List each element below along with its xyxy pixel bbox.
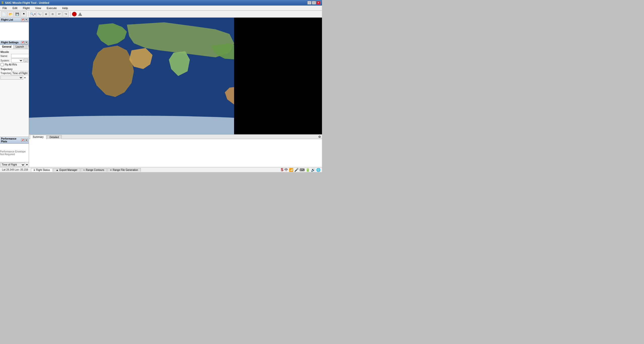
trajectory-select[interactable]: Time of Flight Min Energy Max Range Depr… — [11, 71, 29, 75]
mic-icon: 🎤 — [294, 168, 299, 172]
trajectory-bottom-select[interactable]: Time of Flight Min Energy Max Range — [1, 163, 25, 167]
tab-summary[interactable]: Summary — [30, 135, 46, 139]
menu-edit[interactable]: Edit — [11, 6, 19, 10]
title-bar-left: S SAIC Missile Flight Tool - Untitled — [2, 1, 49, 5]
menu-view[interactable]: View — [34, 6, 43, 10]
close-button[interactable]: ✕ — [316, 1, 320, 5]
export-manager-icon: ▲ — [56, 169, 58, 171]
speaker-icon: 🔊 — [311, 168, 315, 172]
zoom-extent-button[interactable]: ⊡ — [50, 11, 56, 17]
zoom-fit-button[interactable]: ⊞ — [43, 11, 49, 17]
trajectory-row: Trajectory: Time of Flight Min Energy Ma… — [1, 71, 28, 75]
system-select[interactable] — [11, 58, 23, 62]
left-panel: Flight List 📌 ✕ Flight Settings 📌 ✕ Gene… — [0, 18, 29, 167]
system-dots-button[interactable]: ... — [24, 58, 28, 62]
results-settings-icon[interactable]: ⚙ — [318, 135, 321, 139]
redo-button[interactable]: ↪ — [63, 11, 69, 17]
flight-list-header: Flight List 📌 ✕ — [0, 18, 29, 22]
run-button[interactable] — [78, 12, 82, 16]
performance-plots-close[interactable]: ✕ — [25, 139, 28, 142]
trajectory-bottom-arrow: ▼ — [26, 163, 28, 166]
toolbar: 📄 📂 💾 ⚑ 🔍+ 🔍- ⊞ ⊡ ↩ ↪ — [0, 11, 322, 18]
missile-section-title: Missile — [1, 51, 28, 53]
bottom-tab-range-contours[interactable]: ≈ Range Contours — [81, 168, 107, 172]
status-coords: Lat 28.349 Lon -35.158 — [0, 168, 30, 171]
stop-button[interactable] — [72, 12, 77, 16]
range-file-label: Range File Generation — [113, 169, 138, 171]
flight-settings-panel: Flight Settings 📌 ✕ General Launch Targe… — [0, 40, 29, 137]
tab-general[interactable]: General — [0, 45, 14, 49]
wifi-icon: 📶 — [289, 168, 293, 172]
title-bar-controls: ─ □ ✕ — [307, 1, 320, 5]
performance-plots-pin[interactable]: 📌 — [21, 139, 24, 142]
performance-plots-icons: 📌 ✕ — [21, 139, 28, 142]
results-area: Summary Detailed ⚙ — [29, 134, 322, 167]
performance-plots-header: Performance Plots 📌 ✕ — [0, 137, 29, 144]
menu-execute[interactable]: Execute — [45, 6, 58, 10]
export-manager-label: Export Manager — [59, 169, 77, 171]
main-layout: Flight List 📌 ✕ Flight Settings 📌 ✕ Gene… — [0, 18, 322, 167]
flight-list-close[interactable]: ✕ — [25, 18, 28, 21]
title-bar: S SAIC Missile Flight Tool - Untitled ─ … — [0, 0, 322, 6]
status-bar: Lat 28.349 Lon -35.158 ℹ Flight Status ▲… — [0, 167, 322, 172]
new-button[interactable]: 📄 — [1, 11, 7, 17]
network-icon: 🌐 — [316, 168, 320, 172]
map-container[interactable] — [29, 18, 234, 134]
trajectory-section-title: Trajectory — [1, 68, 28, 71]
toolbar-sep1 — [28, 12, 28, 17]
performance-envelope-text: Performance Envelope Not Required — [0, 150, 29, 156]
flight-settings-close[interactable]: ✕ — [25, 41, 28, 44]
tab-detailed[interactable]: Detailed — [47, 135, 62, 139]
battery-icon: 🔋 — [306, 168, 310, 172]
tab-launch[interactable]: Launch — [14, 45, 26, 49]
performance-plots-panel: Performance Plots 📌 ✕ Performance Envelo… — [0, 137, 29, 162]
flight-list-title: Flight List — [1, 18, 13, 21]
name-input[interactable] — [11, 54, 29, 58]
flight-settings-pin[interactable]: 📌 — [21, 41, 24, 44]
system-label: System: — [1, 59, 11, 62]
center-panel: Summary Detailed ⚙ — [29, 18, 322, 167]
fly-all-rvs-checkbox[interactable] — [1, 63, 4, 66]
menu-flight[interactable]: Flight — [21, 6, 31, 10]
results-content — [29, 139, 322, 167]
trajectory-bottom-bar: Time of Flight Min Energy Max Range ▼ — [0, 162, 29, 167]
saic-icon: S — [281, 168, 283, 172]
menu-file[interactable]: File — [1, 6, 9, 10]
flight-list-panel: Flight List 📌 ✕ — [0, 18, 29, 40]
toolbar-sep2 — [70, 12, 71, 17]
trajectory-label: Trajectory: — [1, 72, 11, 75]
flight-status-icon: ℹ — [34, 169, 35, 171]
range-contours-label: Range Contours — [86, 169, 104, 171]
bottom-tab-range-file-generation[interactable]: ≡ Range File Generation — [107, 168, 141, 172]
bottom-tab-export-manager[interactable]: ▲ Export Manager — [53, 168, 80, 172]
chinese-icon: 中 — [284, 168, 288, 172]
zoom-out-button[interactable]: 🔍- — [37, 11, 43, 17]
zoom-in-button[interactable]: 🔍+ — [30, 11, 36, 17]
traj-arrow-icon: ▼ — [24, 76, 26, 79]
open-button[interactable]: 📂 — [8, 11, 14, 17]
bottom-tab-flight-status[interactable]: ℹ Flight Status — [31, 168, 53, 172]
performance-plots-title: Performance Plots — [1, 137, 21, 143]
fly-all-rvs-label: Fly All RVs — [5, 63, 17, 66]
flight-status-label: Flight Status — [36, 169, 50, 171]
run-controls — [72, 12, 82, 16]
results-tabs: Summary Detailed ⚙ — [29, 135, 322, 139]
flight-settings-content: Missile Name: System: ... Fly All RVs Tr… — [0, 49, 29, 137]
maximize-button[interactable]: □ — [312, 1, 316, 5]
performance-plots-content: Performance Envelope Not Required — [0, 144, 29, 162]
menu-help[interactable]: Help — [61, 6, 70, 10]
trajectory-sub-select[interactable] — [1, 76, 23, 80]
bottom-tabs: ℹ Flight Status ▲ Export Manager ≈ Range… — [30, 168, 279, 172]
name-row: Name: — [1, 54, 28, 58]
world-map-svg — [29, 18, 234, 134]
minimize-button[interactable]: ─ — [307, 1, 311, 5]
flight-list-content — [0, 22, 29, 40]
unknown-btn1[interactable]: ⚑ — [21, 11, 27, 17]
save-button[interactable]: 💾 — [14, 11, 20, 17]
range-contours-icon: ≈ — [83, 169, 85, 171]
app-icon: S — [2, 1, 4, 5]
title-text: SAIC Missile Flight Tool - Untitled — [5, 1, 49, 4]
flight-list-pin[interactable]: 📌 — [21, 18, 24, 21]
system-row: System: ... — [1, 58, 28, 62]
undo-button[interactable]: ↩ — [56, 11, 62, 17]
